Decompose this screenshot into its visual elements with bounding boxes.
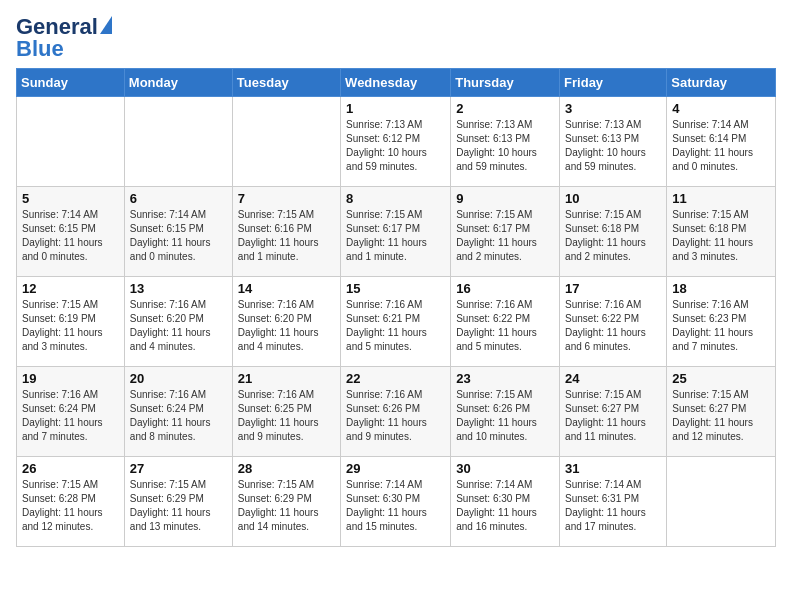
page-header: General Blue [16, 16, 776, 60]
day-number: 28 [238, 461, 335, 476]
day-number: 11 [672, 191, 770, 206]
calendar-day: 1Sunrise: 7:13 AM Sunset: 6:12 PM Daylig… [341, 97, 451, 187]
calendar-day: 14Sunrise: 7:16 AM Sunset: 6:20 PM Dayli… [232, 277, 340, 367]
empty-cell [667, 457, 776, 547]
day-info: Sunrise: 7:15 AM Sunset: 6:17 PM Dayligh… [346, 208, 445, 264]
day-number: 22 [346, 371, 445, 386]
day-number: 25 [672, 371, 770, 386]
day-number: 15 [346, 281, 445, 296]
calendar-day: 24Sunrise: 7:15 AM Sunset: 6:27 PM Dayli… [560, 367, 667, 457]
weekday-header: Tuesday [232, 69, 340, 97]
calendar-day: 21Sunrise: 7:16 AM Sunset: 6:25 PM Dayli… [232, 367, 340, 457]
day-number: 23 [456, 371, 554, 386]
day-info: Sunrise: 7:13 AM Sunset: 6:12 PM Dayligh… [346, 118, 445, 174]
day-number: 9 [456, 191, 554, 206]
day-info: Sunrise: 7:15 AM Sunset: 6:28 PM Dayligh… [22, 478, 119, 534]
empty-cell [17, 97, 125, 187]
day-info: Sunrise: 7:15 AM Sunset: 6:17 PM Dayligh… [456, 208, 554, 264]
day-info: Sunrise: 7:13 AM Sunset: 6:13 PM Dayligh… [565, 118, 661, 174]
calendar-day: 28Sunrise: 7:15 AM Sunset: 6:29 PM Dayli… [232, 457, 340, 547]
day-info: Sunrise: 7:15 AM Sunset: 6:27 PM Dayligh… [672, 388, 770, 444]
weekday-header: Wednesday [341, 69, 451, 97]
calendar-day: 17Sunrise: 7:16 AM Sunset: 6:22 PM Dayli… [560, 277, 667, 367]
calendar-day: 30Sunrise: 7:14 AM Sunset: 6:30 PM Dayli… [451, 457, 560, 547]
day-number: 1 [346, 101, 445, 116]
calendar-day: 18Sunrise: 7:16 AM Sunset: 6:23 PM Dayli… [667, 277, 776, 367]
day-number: 29 [346, 461, 445, 476]
empty-cell [124, 97, 232, 187]
day-number: 6 [130, 191, 227, 206]
weekday-header: Saturday [667, 69, 776, 97]
calendar-day: 6Sunrise: 7:14 AM Sunset: 6:15 PM Daylig… [124, 187, 232, 277]
calendar-day: 8Sunrise: 7:15 AM Sunset: 6:17 PM Daylig… [341, 187, 451, 277]
calendar-day: 5Sunrise: 7:14 AM Sunset: 6:15 PM Daylig… [17, 187, 125, 277]
day-number: 19 [22, 371, 119, 386]
calendar-day: 3Sunrise: 7:13 AM Sunset: 6:13 PM Daylig… [560, 97, 667, 187]
day-number: 24 [565, 371, 661, 386]
day-number: 2 [456, 101, 554, 116]
calendar-day: 22Sunrise: 7:16 AM Sunset: 6:26 PM Dayli… [341, 367, 451, 457]
day-number: 13 [130, 281, 227, 296]
calendar-day: 19Sunrise: 7:16 AM Sunset: 6:24 PM Dayli… [17, 367, 125, 457]
calendar-day: 25Sunrise: 7:15 AM Sunset: 6:27 PM Dayli… [667, 367, 776, 457]
calendar-day: 26Sunrise: 7:15 AM Sunset: 6:28 PM Dayli… [17, 457, 125, 547]
logo-blue: Blue [16, 38, 64, 60]
weekday-header: Sunday [17, 69, 125, 97]
day-number: 3 [565, 101, 661, 116]
day-info: Sunrise: 7:14 AM Sunset: 6:31 PM Dayligh… [565, 478, 661, 534]
calendar-day: 9Sunrise: 7:15 AM Sunset: 6:17 PM Daylig… [451, 187, 560, 277]
calendar-day: 12Sunrise: 7:15 AM Sunset: 6:19 PM Dayli… [17, 277, 125, 367]
day-info: Sunrise: 7:15 AM Sunset: 6:18 PM Dayligh… [672, 208, 770, 264]
day-number: 21 [238, 371, 335, 386]
day-info: Sunrise: 7:14 AM Sunset: 6:15 PM Dayligh… [22, 208, 119, 264]
weekday-header: Thursday [451, 69, 560, 97]
day-info: Sunrise: 7:16 AM Sunset: 6:25 PM Dayligh… [238, 388, 335, 444]
day-info: Sunrise: 7:16 AM Sunset: 6:20 PM Dayligh… [130, 298, 227, 354]
day-info: Sunrise: 7:15 AM Sunset: 6:19 PM Dayligh… [22, 298, 119, 354]
day-info: Sunrise: 7:16 AM Sunset: 6:22 PM Dayligh… [565, 298, 661, 354]
day-info: Sunrise: 7:15 AM Sunset: 6:18 PM Dayligh… [565, 208, 661, 264]
day-info: Sunrise: 7:16 AM Sunset: 6:22 PM Dayligh… [456, 298, 554, 354]
calendar-day: 13Sunrise: 7:16 AM Sunset: 6:20 PM Dayli… [124, 277, 232, 367]
calendar-day: 29Sunrise: 7:14 AM Sunset: 6:30 PM Dayli… [341, 457, 451, 547]
day-info: Sunrise: 7:16 AM Sunset: 6:21 PM Dayligh… [346, 298, 445, 354]
weekday-header: Monday [124, 69, 232, 97]
calendar-day: 23Sunrise: 7:15 AM Sunset: 6:26 PM Dayli… [451, 367, 560, 457]
empty-cell [232, 97, 340, 187]
day-number: 16 [456, 281, 554, 296]
calendar-day: 11Sunrise: 7:15 AM Sunset: 6:18 PM Dayli… [667, 187, 776, 277]
day-number: 30 [456, 461, 554, 476]
logo: General Blue [16, 16, 112, 60]
day-info: Sunrise: 7:16 AM Sunset: 6:24 PM Dayligh… [130, 388, 227, 444]
day-number: 31 [565, 461, 661, 476]
calendar-table: SundayMondayTuesdayWednesdayThursdayFrid… [16, 68, 776, 547]
calendar-day: 20Sunrise: 7:16 AM Sunset: 6:24 PM Dayli… [124, 367, 232, 457]
day-info: Sunrise: 7:16 AM Sunset: 6:23 PM Dayligh… [672, 298, 770, 354]
day-number: 8 [346, 191, 445, 206]
day-info: Sunrise: 7:14 AM Sunset: 6:30 PM Dayligh… [456, 478, 554, 534]
calendar-day: 27Sunrise: 7:15 AM Sunset: 6:29 PM Dayli… [124, 457, 232, 547]
calendar-day: 7Sunrise: 7:15 AM Sunset: 6:16 PM Daylig… [232, 187, 340, 277]
day-info: Sunrise: 7:15 AM Sunset: 6:29 PM Dayligh… [238, 478, 335, 534]
day-number: 14 [238, 281, 335, 296]
weekday-header: Friday [560, 69, 667, 97]
day-info: Sunrise: 7:15 AM Sunset: 6:29 PM Dayligh… [130, 478, 227, 534]
calendar-day: 4Sunrise: 7:14 AM Sunset: 6:14 PM Daylig… [667, 97, 776, 187]
calendar-day: 15Sunrise: 7:16 AM Sunset: 6:21 PM Dayli… [341, 277, 451, 367]
logo-text: General [16, 16, 112, 38]
calendar-day: 2Sunrise: 7:13 AM Sunset: 6:13 PM Daylig… [451, 97, 560, 187]
calendar-day: 16Sunrise: 7:16 AM Sunset: 6:22 PM Dayli… [451, 277, 560, 367]
day-info: Sunrise: 7:16 AM Sunset: 6:26 PM Dayligh… [346, 388, 445, 444]
day-info: Sunrise: 7:13 AM Sunset: 6:13 PM Dayligh… [456, 118, 554, 174]
day-number: 5 [22, 191, 119, 206]
calendar-day: 10Sunrise: 7:15 AM Sunset: 6:18 PM Dayli… [560, 187, 667, 277]
day-number: 4 [672, 101, 770, 116]
day-info: Sunrise: 7:14 AM Sunset: 6:14 PM Dayligh… [672, 118, 770, 174]
day-info: Sunrise: 7:16 AM Sunset: 6:20 PM Dayligh… [238, 298, 335, 354]
day-info: Sunrise: 7:16 AM Sunset: 6:24 PM Dayligh… [22, 388, 119, 444]
day-number: 27 [130, 461, 227, 476]
day-number: 26 [22, 461, 119, 476]
day-number: 10 [565, 191, 661, 206]
calendar-day: 31Sunrise: 7:14 AM Sunset: 6:31 PM Dayli… [560, 457, 667, 547]
day-info: Sunrise: 7:15 AM Sunset: 6:16 PM Dayligh… [238, 208, 335, 264]
